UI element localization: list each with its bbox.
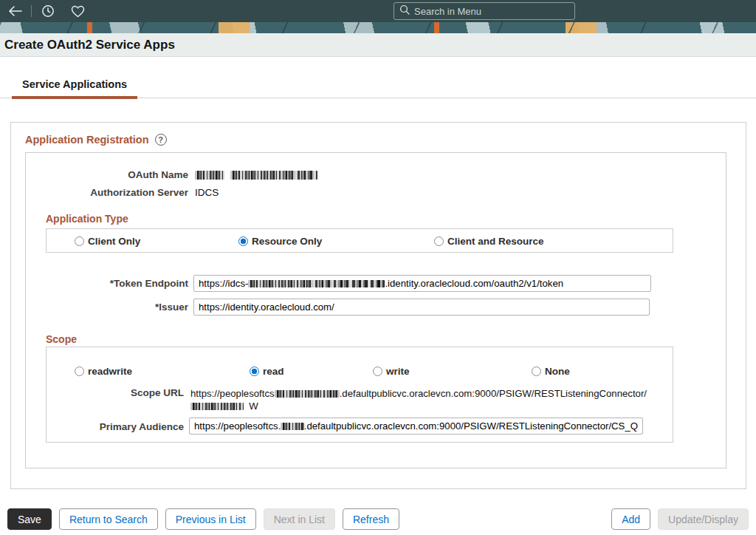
radio-client-only-label[interactable]: Client Only [88,236,140,247]
radio-read-control[interactable] [250,367,259,376]
recent-history-clock-icon[interactable] [41,4,55,18]
redacted-text [195,171,224,180]
page-title-bar: Create OAuth2 Service Apps [0,33,756,57]
radio-client-and-resource-control[interactable] [434,236,444,246]
back-arrow-icon[interactable] [7,5,22,17]
tab-service-applications[interactable]: Service Applications [12,78,137,99]
search-input[interactable] [414,6,569,17]
scope-url-prefix: https://peoplesoftcs [190,388,275,399]
authorization-server-label: Authorization Server [26,187,188,198]
authorization-server-row: Authorization Server IDCS [26,187,726,200]
help-icon[interactable]: ? [155,134,167,146]
primary-audience-label: Primary Audience [47,421,184,432]
redacted-text [281,423,303,430]
application-type-heading: Application Type [46,213,128,225]
redacted-text [275,390,340,398]
radio-resource-only-label[interactable]: Resource Only [252,236,322,247]
refresh-button[interactable]: Refresh [343,508,399,530]
add-button[interactable]: Add [611,508,650,530]
redacted-text [248,280,385,287]
bottom-toolbar: Save Return to Search Previous in List N… [0,508,756,530]
radio-write-label[interactable]: write [386,366,410,377]
oauth-name-row: OAuth Name [26,169,726,183]
return-to-search-button[interactable]: Return to Search [59,508,158,530]
token-endpoint-input[interactable]: https://idcs-.identity.oraclecloud.com/o… [193,275,651,292]
authorization-server-value: IDCS [195,187,219,198]
radio-write-control[interactable] [373,367,382,376]
decorative-banner [0,22,756,33]
radio-readwrite-control[interactable] [75,367,84,376]
primary-audience-prefix: https://peoplesoftcs. [194,420,281,432]
radio-none-control[interactable] [532,367,541,376]
scope-url-label: Scope URL [47,387,184,398]
token-endpoint-prefix: https://idcs- [199,278,248,289]
application-type-option-box: Client Only Resource Only Client and Res… [46,228,673,253]
save-button[interactable]: Save [7,508,52,530]
favorites-heart-icon[interactable] [71,5,85,18]
application-registration-group: OAuth Name Authorization Server IDCS App… [25,152,726,468]
issuer-row: *Issuer https://identity.oraclecloud.com… [26,299,726,316]
issuer-input[interactable]: https://identity.oraclecloud.com/ [193,299,650,316]
redacted-text [230,171,317,180]
radio-client-only[interactable]: Client Only [75,236,140,247]
radio-read[interactable]: read [250,366,284,377]
oauth-name-label: OAuth Name [26,169,188,180]
radio-resource-only-control[interactable] [238,236,248,246]
radio-read-label[interactable]: read [263,366,284,377]
content-panel: Application Registration ? OAuth Name Au… [10,122,746,489]
token-endpoint-suffix: .identity.oraclecloud.com/oauth2/v1/toke… [385,278,563,289]
tab-bar: Service Applications [0,57,756,98]
scope-url-value: https://peoplesoftcs.defaultpublicvc.ora… [190,387,663,412]
radio-resource-only[interactable]: Resource Only [238,236,322,247]
issuer-value: https://identity.oraclecloud.com/ [199,301,334,313]
previous-in-list-button[interactable]: Previous in List [165,508,256,530]
radio-client-and-resource[interactable]: Client and Resource [434,236,544,247]
scope-url-suffix: .defaultpublicvc.oraclevcn.com:9000/PSIG… [340,388,647,399]
radio-write[interactable]: write [373,366,410,377]
token-endpoint-label: *Token Endpoint [26,278,188,289]
issuer-label: *Issuer [26,301,188,313]
radio-client-only-control[interactable] [75,236,84,246]
application-registration-heading-text: Application Registration [25,134,149,146]
next-in-list-button: Next in List [264,508,335,530]
radio-none[interactable]: None [532,366,570,377]
page-title: Create OAuth2 Service Apps [4,38,175,52]
primary-audience-suffix: .defaultpublicvc.oraclevcn.com:9000/PSIG… [304,420,638,432]
radio-readwrite-label[interactable]: readwrite [88,366,132,377]
radio-none-label[interactable]: None [545,366,570,377]
scope-url-line2-suffix: W [249,401,258,412]
radio-client-and-resource-label[interactable]: Client and Resource [447,236,544,247]
menu-search-box[interactable] [394,2,575,20]
topbar-divider [31,5,32,17]
scope-heading: Scope [46,333,77,345]
scope-option-box: readwrite read write None Scope URL http… [46,347,673,443]
search-icon [399,4,410,18]
top-bar [0,0,756,22]
application-registration-heading: Application Registration ? [25,134,167,146]
redacted-text [190,403,244,410]
token-endpoint-row: *Token Endpoint https://idcs-.identity.o… [26,275,726,292]
radio-readwrite[interactable]: readwrite [75,366,132,377]
primary-audience-input[interactable]: https://peoplesoftcs..defaultpublicvc.or… [189,418,643,435]
update-display-button: Update/Display [658,508,749,530]
oauth-name-value [195,170,317,181]
